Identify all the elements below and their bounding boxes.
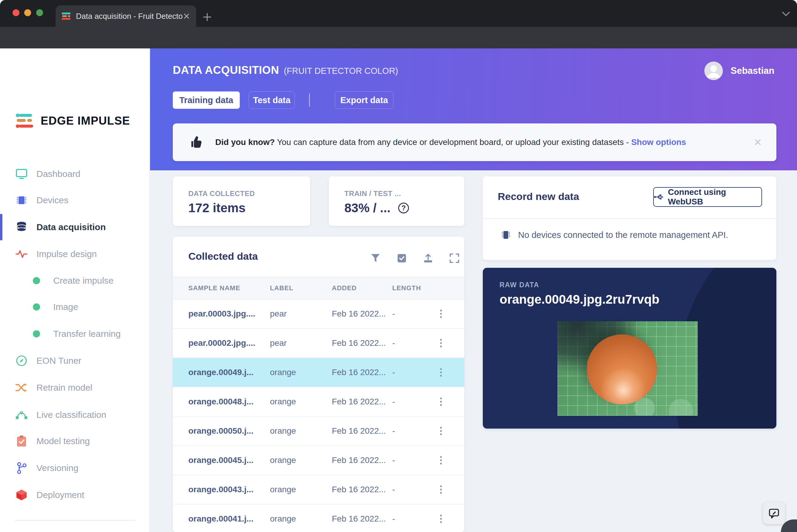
sidebar-item-label: Model testing [36,436,90,446]
banner-bold-text: Did you know? [215,137,275,147]
logo-text: EDGE IMPULSE [41,114,130,127]
sidebar-item-retrain-model[interactable]: Retrain model [0,375,150,401]
expand-icon[interactable] [449,252,460,264]
sample-image-orange [557,321,698,416]
monitor-icon [16,168,27,180]
sidebar-item-label: Impulse design [36,249,97,259]
table-row[interactable]: orange.00048.j...orangeFeb 16 2022...- [173,387,464,417]
tab-close-icon[interactable] [183,13,190,20]
table-row[interactable]: orange.00045.j...orangeFeb 16 2022...- [173,446,464,475]
sidebar-item-label: EON Tuner [36,356,81,366]
col-length: LENGTH [392,284,428,292]
row-menu-icon[interactable] [440,515,442,516]
sidebar-item-devices[interactable]: Devices [0,187,150,213]
row-menu-icon[interactable] [440,398,442,399]
tab-export-data[interactable]: Export data [335,92,394,109]
data-tabs: Training data Test data Export data [173,92,394,109]
train-test-label: TRAIN / TEST ... [344,189,401,198]
sidebar-item-label: Create impulse [53,276,114,286]
sidebar-item-versioning[interactable]: Versioning [0,455,150,481]
sidebar-item-transfer-learning[interactable]: Transfer learning [0,321,150,347]
raw-data-label: RAW DATA [499,281,539,289]
compass-icon [16,355,27,367]
show-options-link[interactable]: Show options [631,137,686,147]
cube-icon [16,489,27,501]
row-menu-icon[interactable] [440,427,442,429]
feedback-button[interactable] [763,502,785,524]
sidebar-item-impulse-design[interactable]: Impulse design [0,241,150,267]
data-collected-card: DATA COLLECTED 172 items [173,176,310,226]
table-header: SAMPLE NAME LABEL ADDED LENGTH [173,277,464,300]
new-tab-button[interactable] [202,12,212,22]
banner-close-button[interactable]: ✕ [754,136,762,148]
tab-divider [309,94,310,107]
table-row[interactable]: orange.00041.j...orangeFeb 16 2022...- [173,505,464,532]
clipboard-check-icon [16,435,27,447]
sidebar-item-label: Image [53,302,78,312]
sidebar-item-label: Transfer learning [53,329,121,339]
connect-webusb-button[interactable]: Connect using WebUSB [653,187,762,207]
sidebar-item-eon-tuner[interactable]: EON Tuner [0,347,150,374]
select-checkbox-icon[interactable] [396,252,408,264]
banner-body-text: You can capture data from any device or … [275,137,631,147]
waveform-icon [16,248,27,260]
data-collected-label: DATA COLLECTED [188,189,255,198]
minimize-window-button[interactable] [24,9,31,16]
zoom-window-button[interactable] [36,9,43,16]
sidebar-divider [15,520,135,521]
sidebar-item-label: Versioning [36,463,78,473]
sidebar-item-data-acquisition[interactable]: Data acquisition [0,214,150,240]
row-menu-icon[interactable] [440,456,442,458]
sidebar-item-model-testing[interactable]: Model testing [0,428,150,454]
window-menu-chevron-icon[interactable] [781,10,791,17]
browser-titlebar: Data acquisition - Fruit Detecto [0,0,797,27]
filter-icon[interactable] [369,252,381,264]
banner-text: Did you know? You can capture data from … [215,137,754,147]
sidebar-item-deployment[interactable]: Deployment [0,482,150,508]
raw-sample-name: orange.00049.jpg.2ru7rvqb [499,292,660,307]
browser-toolbar: https://studio.edgeimpulse.com/studio/81… [0,27,797,49]
tab-test-data[interactable]: Test data [249,92,295,109]
no-devices-text: No devices connected to the remote manag… [518,230,728,240]
record-card-divider [483,218,776,219]
user-name: Sebastian [730,65,774,76]
no-devices-message: No devices connected to the remote manag… [501,230,728,240]
user-avatar [704,61,723,80]
tab-training-data[interactable]: Training data [173,92,240,109]
page-title-row: DATA ACQUISITION (FRUIT DETECTOR COLOR) [173,64,398,77]
sidebar-item-create-impulse[interactable]: Create impulse [0,267,150,294]
git-branch-icon [16,462,27,474]
orange-fruit [587,335,657,404]
row-menu-icon[interactable] [440,368,442,370]
edge-impulse-favicon [62,11,71,21]
screen: Data acquisition - Fruit Detecto [0,0,797,532]
upload-icon[interactable] [422,252,434,264]
table-row[interactable]: orange.00050.j...orangeFeb 16 2022...- [173,417,464,446]
table-row[interactable]: pear.00003.jpg....pearFeb 16 2022...- [173,300,464,329]
collected-data-card: Collected data SAMPLE NAME LABEL ADDED L… [173,237,464,532]
data-collected-value: 172 items [188,201,245,215]
sidebar-item-label: Devices [36,195,69,205]
row-menu-icon[interactable] [440,339,442,341]
close-window-button[interactable] [13,9,19,16]
row-menu-icon[interactable] [440,310,442,311]
usb-icon [654,193,664,201]
sidebar-item-dashboard[interactable]: Dashboard [0,161,150,187]
browser-tab[interactable]: Data acquisition - Fruit Detecto [56,5,196,27]
user-chip[interactable]: Sebastian [704,61,774,80]
col-added: ADDED [332,284,392,292]
sidebar-item-label: Live classification [36,410,106,420]
table-row-selected[interactable]: orange.00049.j...orangeFeb 16 2022...- [173,358,464,387]
feedback-bubble-pencil-icon [768,508,780,519]
table-row[interactable]: pear.00002.jpg....pearFeb 16 2022...- [173,329,464,358]
row-menu-icon[interactable] [440,486,442,487]
help-icon[interactable]: ? [398,203,409,213]
tab-title: Data acquisition - Fruit Detecto [76,12,183,21]
sidebar-item-image[interactable]: Image [0,294,150,320]
train-test-value: 83% / ... ? [344,201,409,215]
step-dot-icon [33,330,40,338]
sidebar-item-label: Dashboard [36,169,80,179]
sidebar-item-live-classification[interactable]: Live classification [0,402,150,428]
table-row[interactable]: orange.00043.j...orangeFeb 16 2022...- [173,475,464,505]
edge-impulse-logo[interactable]: EDGE IMPULSE [16,112,130,129]
